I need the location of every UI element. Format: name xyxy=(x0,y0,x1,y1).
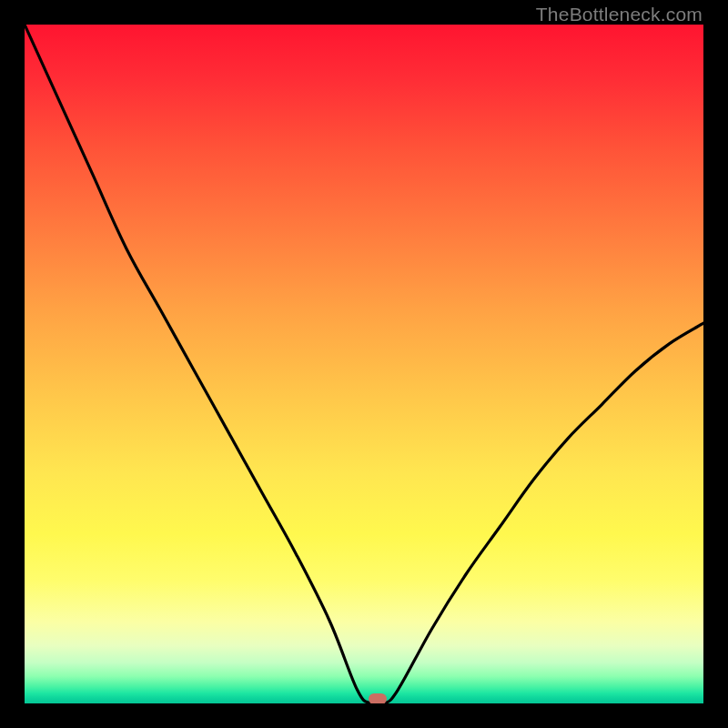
optimal-point-marker xyxy=(369,693,387,703)
watermark-text: TheBottleneck.com xyxy=(536,4,703,25)
bottleneck-curve xyxy=(25,25,703,703)
chart-frame: TheBottleneck.com xyxy=(0,0,728,728)
plot-area xyxy=(25,25,703,703)
